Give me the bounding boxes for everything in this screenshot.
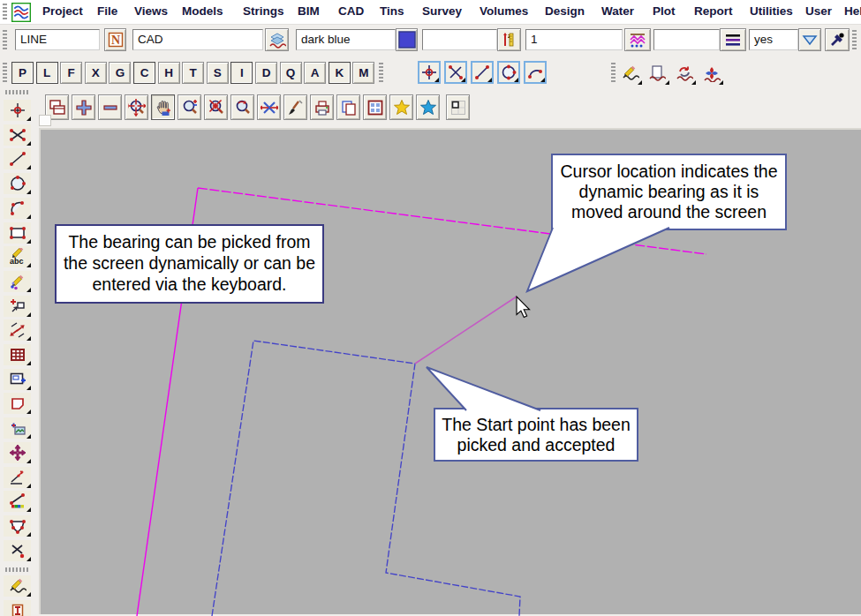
zoom-arrows-button[interactable] (125, 94, 148, 120)
pencil-dots-button[interactable] (4, 271, 31, 292)
menu-tins[interactable]: Tins (380, 4, 404, 18)
brush-button[interactable] (283, 94, 307, 120)
line-colors-button[interactable] (4, 491, 31, 512)
cad-mode-f-button[interactable]: F (60, 62, 82, 84)
weight-input[interactable] (653, 29, 720, 50)
cad-text-input[interactable]: LINE (15, 29, 100, 50)
weight-list-button[interactable] (720, 28, 746, 51)
menu-models[interactable]: Models (182, 4, 223, 18)
cad-mode-p-button[interactable]: P (11, 62, 34, 84)
arc-points-button[interactable] (4, 198, 31, 219)
cad-mode-q-button[interactable]: Q (280, 62, 302, 84)
cad-mode-d-button[interactable]: D (255, 62, 277, 84)
cad-mode-t-button[interactable]: T (182, 62, 204, 84)
arrows4-red-button[interactable] (4, 442, 31, 463)
menu-help[interactable]: Help (844, 4, 861, 18)
cad-mode-c-button[interactable]: C (133, 62, 155, 84)
height-input[interactable] (422, 29, 497, 50)
linestyle-input[interactable]: 1 (525, 29, 623, 50)
printer-button[interactable] (310, 94, 334, 120)
cad-mode-x-button[interactable]: X (85, 62, 107, 84)
model-list-button[interactable] (265, 28, 289, 51)
menu-plot[interactable]: Plot (653, 4, 676, 18)
menu-project[interactable]: Project (42, 4, 83, 18)
grid-window-button[interactable] (363, 94, 387, 120)
cad-mode-m-button[interactable]: M (352, 62, 374, 84)
toolbar-handle[interactable] (5, 90, 28, 94)
abc-pencil-button[interactable]: abc (4, 246, 31, 267)
rect-points-button[interactable] (4, 222, 31, 244)
tinable-dropdown-button[interactable] (798, 28, 821, 51)
flyout-triangle (665, 80, 669, 85)
colour-input[interactable]: dark blue (296, 29, 396, 50)
arrow-point-button[interactable] (4, 467, 31, 488)
corner-window-button[interactable] (446, 94, 470, 120)
grid-red-icon (9, 346, 26, 364)
page-wave-button[interactable] (646, 61, 669, 85)
eyedropper-button[interactable] (825, 28, 850, 51)
zoom-in-button[interactable] (204, 94, 228, 120)
menu-report[interactable]: Report (694, 4, 733, 18)
copy-pages-button[interactable] (336, 94, 360, 120)
cad-mode-l-button[interactable]: L (36, 62, 58, 84)
snap-crosshair-button[interactable] (418, 61, 441, 84)
toolbar-handle[interactable] (3, 30, 7, 49)
menu-utilities[interactable]: Utilities (750, 4, 793, 18)
swirl-wave-button[interactable] (699, 61, 723, 85)
toolbar-handle[interactable] (852, 30, 857, 49)
pencil-wave-button[interactable] (4, 575, 31, 597)
toolbar-handle[interactable] (3, 4, 7, 21)
snap-cross-button[interactable] (444, 61, 467, 84)
menu-volumes[interactable]: Volumes (480, 4, 528, 18)
tinable-input[interactable]: yes (749, 29, 798, 50)
menu-views[interactable]: Views (134, 4, 168, 18)
name-toggle-button[interactable]: N (104, 28, 126, 51)
plus-square-button[interactable] (4, 296, 31, 317)
zoom-rotate-button[interactable] (230, 94, 254, 120)
menu-bim[interactable]: BIM (298, 4, 320, 18)
line-points-button[interactable] (4, 148, 31, 169)
menu-water[interactable]: Water (601, 4, 634, 18)
callout-line: dynamic bearing as it is (552, 182, 786, 202)
circle-points-button[interactable] (4, 173, 31, 194)
snap-line-button[interactable] (471, 61, 494, 84)
minus-blue-button[interactable] (98, 94, 122, 120)
image-move-button[interactable] (4, 417, 31, 439)
menu-user[interactable]: User (805, 4, 832, 18)
toolbar-handle[interactable] (3, 63, 7, 82)
grid-red-button[interactable] (4, 344, 31, 365)
model-input[interactable]: CAD (132, 29, 263, 50)
cad-mode-s-button[interactable]: S (207, 62, 229, 84)
cross-points-button[interactable] (4, 124, 31, 146)
menu-file[interactable]: File (97, 4, 117, 18)
polygon-red-button[interactable] (4, 393, 31, 414)
measure-arrow-button[interactable] (4, 319, 31, 341)
cad-mode-a-button[interactable]: A (304, 62, 326, 84)
plus-blue-button[interactable] (72, 94, 95, 120)
pencil-wave-button[interactable] (618, 61, 642, 85)
x-arrows-button[interactable] (257, 94, 281, 120)
cad-mode-k-button[interactable]: K (329, 62, 351, 84)
hand-pan-button[interactable] (151, 94, 175, 120)
cad-mode-i-button[interactable]: I (230, 62, 253, 84)
crosshair-target-button[interactable] (4, 100, 31, 121)
snap-circle-button[interactable] (497, 61, 520, 84)
window-plus-button[interactable] (4, 369, 31, 390)
linestyle-list-button[interactable] (624, 28, 651, 51)
shield-polygon-button[interactable] (4, 515, 31, 537)
menu-design[interactable]: Design (545, 4, 585, 18)
height-pick-button[interactable]: z (497, 28, 521, 51)
menu-strings[interactable]: Strings (243, 4, 284, 18)
x-reddot-button[interactable] (4, 540, 31, 561)
zoom-plusminus-button[interactable] (177, 94, 201, 120)
cad-mode-h-button[interactable]: H (158, 62, 180, 84)
star-blue-button[interactable] (416, 94, 440, 120)
star-yellow-button[interactable] (389, 94, 413, 120)
snap-arc-button[interactable] (524, 61, 547, 84)
recycle-wave-button[interactable] (672, 61, 696, 85)
menu-cad[interactable]: CAD (338, 4, 364, 18)
menu-survey[interactable]: Survey (422, 4, 462, 18)
cad-mode-g-button[interactable]: G (109, 62, 131, 84)
i-beam-button[interactable] (4, 600, 31, 616)
colour-swatch-button[interactable] (396, 28, 418, 51)
